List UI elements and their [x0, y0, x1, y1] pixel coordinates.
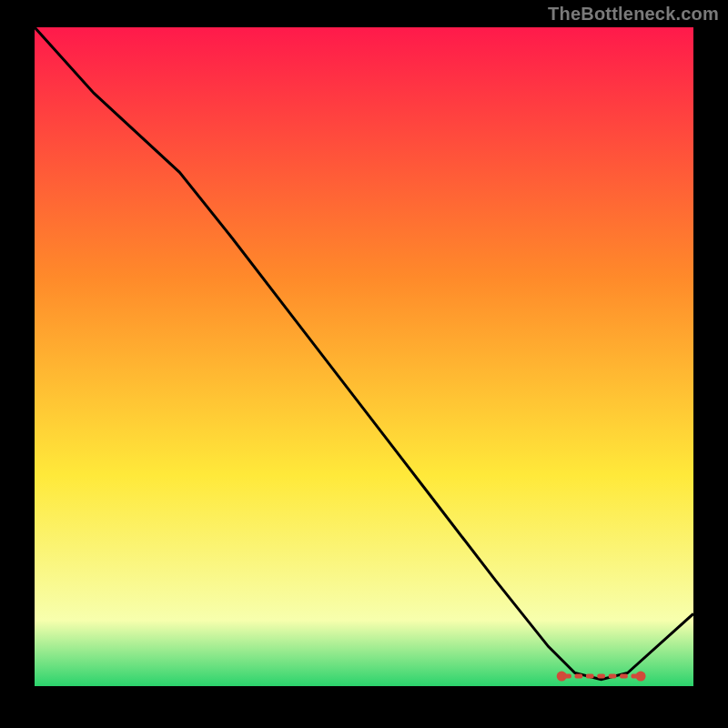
chart-svg [35, 27, 693, 686]
svg-rect-5 [597, 674, 605, 679]
attribution-label: TheBottleneck.com [548, 4, 719, 25]
svg-rect-3 [575, 674, 583, 679]
plot-area [35, 27, 693, 686]
gradient-background [35, 27, 693, 686]
chart-container: TheBottleneck.com [0, 0, 728, 728]
svg-rect-7 [620, 674, 628, 679]
svg-rect-2 [563, 674, 571, 679]
svg-rect-4 [586, 674, 594, 679]
svg-rect-6 [609, 674, 617, 679]
svg-rect-8 [632, 674, 640, 679]
